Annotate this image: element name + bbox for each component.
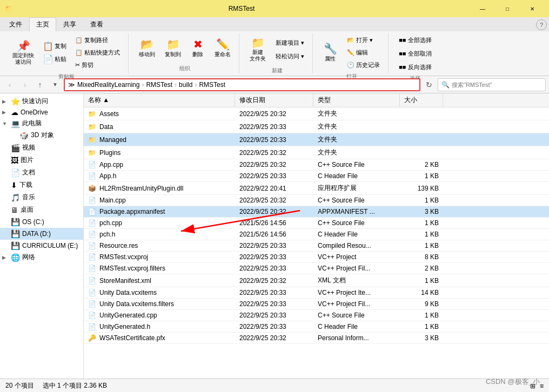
file-date: 2022/9/25 20:33 bbox=[235, 134, 313, 145]
minimize-button[interactable]: — bbox=[470, 0, 495, 17]
file-row[interactable]: 📁 Plugins 2022/9/25 20:32 文件夹 bbox=[84, 146, 549, 159]
sidebar-item-downloads[interactable]: ⬇ 下载 bbox=[0, 179, 83, 191]
paste-button[interactable]: 📄 粘贴 bbox=[40, 53, 69, 65]
sidebar-item-e-drive[interactable]: 💾 CURRICULUM (E:) bbox=[0, 240, 83, 252]
file-row[interactable]: 📄 pch.cpp 2021/5/26 14:56 C++ Source Fil… bbox=[84, 218, 549, 229]
pin-quick-access-button[interactable]: 📌 固定到快速访问 bbox=[9, 38, 38, 68]
sidebar-item-documents[interactable]: 📄 文档 bbox=[0, 166, 83, 179]
forward-button[interactable]: › bbox=[18, 78, 31, 91]
breadcrumb-part-4[interactable]: RMSTest bbox=[199, 81, 225, 89]
file-type: C Header File bbox=[313, 321, 400, 332]
file-row[interactable]: 📁 Data 2022/9/25 20:33 文件夹 bbox=[84, 120, 549, 133]
col-header-date[interactable]: 修改日期 bbox=[235, 93, 313, 107]
history-button[interactable]: 🕐 历史记录 bbox=[343, 59, 384, 71]
file-row[interactable]: 📄 Resource.res 2022/9/25 20:33 Compiled … bbox=[84, 240, 549, 252]
back-button[interactable]: ‹ bbox=[3, 78, 16, 91]
delete-icon: ✖ bbox=[193, 39, 203, 50]
move-icon: 📂 bbox=[140, 39, 154, 50]
close-button[interactable]: ✕ bbox=[520, 0, 545, 17]
sidebar-item-music[interactable]: 🎵 音乐 bbox=[0, 191, 83, 204]
window-icon: 📁 bbox=[4, 4, 13, 13]
rename-button[interactable]: ✏️ 重命名 bbox=[211, 36, 235, 61]
file-date: 2022/9/25 20:33 bbox=[235, 321, 313, 332]
sidebar-item-d-drive[interactable]: 💾 DATA (D:) bbox=[0, 228, 83, 240]
file-row[interactable]: 📄 pch.h 2021/5/26 14:56 C Header File 1 … bbox=[84, 229, 549, 240]
file-row[interactable]: 📄 UnityGenerated.cpp 2022/9/25 20:33 C++… bbox=[84, 310, 549, 321]
breadcrumb-part-3[interactable]: build bbox=[179, 81, 192, 89]
tab-share[interactable]: 共享 bbox=[56, 17, 83, 31]
file-row[interactable]: 📄 Package.appxmanifest 2022/9/25 20:32 A… bbox=[84, 206, 549, 218]
copy-to-button[interactable]: 📁 复制到 bbox=[161, 36, 185, 61]
new-folder-button[interactable]: 📁 新建文件夹 bbox=[246, 35, 270, 65]
tab-home[interactable]: 主页 bbox=[29, 17, 56, 32]
file-row[interactable]: 📦 HL2RmStreamUnityPlugin.dll 2022/9/22 2… bbox=[84, 182, 549, 195]
file-size: 8 KB bbox=[400, 252, 443, 262]
file-row[interactable]: 📄 StoreManifest.xml 2022/9/25 20:32 XML … bbox=[84, 274, 549, 287]
select-all-button[interactable]: ■■ 全部选择 bbox=[395, 35, 435, 46]
breadcrumb-part-2[interactable]: RMSTest bbox=[146, 81, 172, 89]
file-row[interactable]: 📄 App.h 2022/9/25 20:33 C Header File 1 … bbox=[84, 171, 549, 182]
edit-button[interactable]: ✏️ 编辑 bbox=[343, 47, 384, 58]
file-name: 📁 Data bbox=[84, 121, 235, 132]
copy-path-button[interactable]: 📋 复制路径 bbox=[71, 35, 124, 46]
paste-shortcut-button[interactable]: 📋 粘贴快捷方式 bbox=[71, 47, 124, 58]
maximize-button[interactable]: □ bbox=[495, 0, 520, 17]
sidebar-item-3d-objects[interactable]: 🎲 3D 对象 bbox=[0, 129, 83, 141]
file-icon: 📁 bbox=[88, 149, 96, 157]
search-input[interactable] bbox=[452, 82, 542, 88]
file-row[interactable]: 📁 Managed 2022/9/25 20:33 文件夹 bbox=[84, 133, 549, 146]
search-box[interactable]: 🔍 bbox=[438, 78, 546, 91]
open-button[interactable]: 📂 打开 ▾ bbox=[343, 35, 384, 46]
title-bar: 📁 RMSTest — □ ✕ bbox=[0, 0, 549, 17]
col-header-type[interactable]: 类型 bbox=[313, 93, 400, 107]
file-row[interactable]: 📄 RMSTest.vcxproj 2022/9/25 20:33 VC++ P… bbox=[84, 252, 549, 263]
file-row[interactable]: 📄 Main.cpp 2022/9/25 20:32 C++ Source Fi… bbox=[84, 195, 549, 206]
file-row[interactable]: 📄 App.cpp 2022/9/25 20:32 C++ Source Fil… bbox=[84, 159, 549, 171]
address-path[interactable]: ≫ MixedRealityLearning › RMSTest › build… bbox=[64, 78, 420, 91]
copy-button[interactable]: 📋 复制 bbox=[40, 40, 69, 52]
help-button[interactable]: ? bbox=[536, 19, 547, 30]
quick-access-arrow: ▶ bbox=[2, 99, 9, 104]
sidebar-item-pictures[interactable]: 🖼 图片 bbox=[0, 154, 83, 166]
file-date: 2022/9/25 20:32 bbox=[235, 109, 313, 119]
invert-selection-button[interactable]: ■■ 反向选择 bbox=[395, 62, 435, 73]
file-size: 3 KB bbox=[400, 333, 443, 343]
recent-locations-button[interactable]: ▼ bbox=[49, 78, 62, 91]
file-row[interactable]: 📄 Unity Data.vcxitems.filters 2022/9/25 … bbox=[84, 299, 549, 310]
sidebar-item-desktop[interactable]: 🖥 桌面 bbox=[0, 204, 83, 216]
file-size: 1 KB bbox=[400, 171, 443, 181]
file-icon: 📄 bbox=[88, 253, 96, 261]
sidebar-item-network[interactable]: ▶ 🌐 网络 bbox=[0, 252, 83, 263]
refresh-button[interactable]: ↻ bbox=[423, 78, 436, 91]
file-row[interactable]: 🔑 WSATestCertificate.pfx 2022/9/25 20:32… bbox=[84, 333, 549, 344]
status-bar: 20 个项目 选中 1 个项目 2.36 KB ⊞ ≡ bbox=[0, 379, 549, 392]
tab-view[interactable]: 查看 bbox=[83, 17, 110, 31]
file-row[interactable]: 📄 RMSTest.vcxproj.filters 2022/9/25 20:3… bbox=[84, 263, 549, 274]
sidebar-item-c-drive[interactable]: 💾 OS (C:) bbox=[0, 216, 83, 228]
tab-file[interactable]: 文件 bbox=[2, 17, 29, 31]
sidebar-item-this-pc[interactable]: ▼ 💻 此电脑 bbox=[0, 118, 83, 129]
up-button[interactable]: ↑ bbox=[34, 78, 46, 91]
delete-button[interactable]: ✖ 删除 bbox=[187, 36, 209, 61]
col-header-name[interactable]: 名称 ▲ bbox=[84, 93, 235, 107]
cut-button[interactable]: ✂ 剪切 bbox=[71, 59, 124, 71]
file-icon: 📦 bbox=[88, 185, 96, 192]
properties-button[interactable]: 🔧 属性 bbox=[319, 40, 341, 65]
sidebar-item-videos[interactable]: 🎬 视频 bbox=[0, 141, 83, 154]
file-type: Compiled Resou... bbox=[313, 240, 400, 251]
file-type: 文件夹 bbox=[313, 120, 400, 133]
sidebar-item-onedrive[interactable]: ▶ ☁ OneDrive bbox=[0, 107, 83, 118]
new-item-button[interactable]: 新建项目 ▾ bbox=[272, 37, 308, 49]
file-row[interactable]: 📄 UnityGenerated.h 2022/9/25 20:33 C Hea… bbox=[84, 321, 549, 333]
breadcrumb-part-1[interactable]: MixedRealityLearning bbox=[77, 81, 139, 89]
sidebar-item-quick-access[interactable]: ▶ ⭐ 快速访问 bbox=[0, 96, 83, 107]
move-to-button[interactable]: 📂 移动到 bbox=[135, 36, 159, 61]
select-none-button[interactable]: ■■ 全部取消 bbox=[395, 48, 435, 59]
file-icon: 📄 bbox=[88, 242, 96, 249]
file-row[interactable]: 📁 Assets 2022/9/25 20:32 文件夹 bbox=[84, 107, 549, 120]
file-date: 2022/9/25 20:32 bbox=[235, 333, 313, 343]
file-size: 1 KB bbox=[400, 321, 443, 332]
col-header-size[interactable]: 大小 bbox=[400, 93, 443, 107]
file-row[interactable]: 📄 Unity Data.vcxitems 2022/9/25 20:33 VC… bbox=[84, 287, 549, 299]
easy-access-button[interactable]: 轻松访问 ▾ bbox=[272, 51, 308, 62]
